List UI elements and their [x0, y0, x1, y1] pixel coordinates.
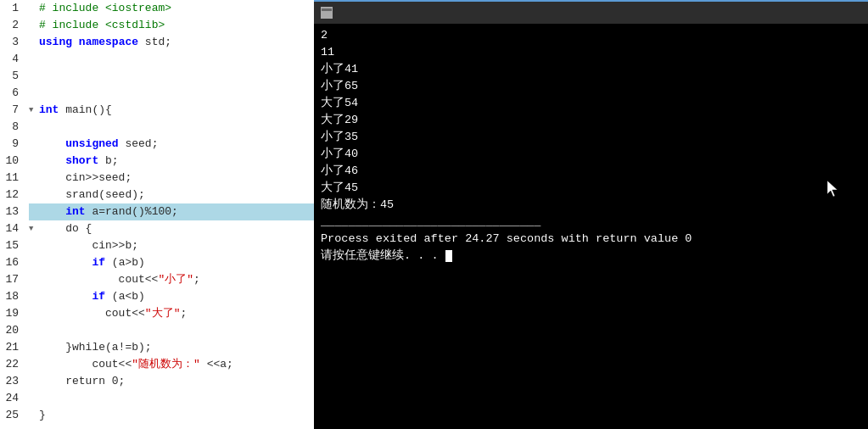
fold-spacer-line-13	[29, 203, 37, 220]
token: seed;	[119, 136, 159, 153]
code-line-12: srand(seed);	[29, 187, 314, 203]
fold-icon-line-7[interactable]: ▼	[29, 102, 37, 119]
fold-spacer-line-8	[29, 119, 37, 136]
line-number-22: 22	[3, 356, 19, 373]
token: if	[92, 288, 105, 305]
token	[72, 34, 79, 51]
code-line-10: short b;	[29, 153, 314, 170]
token	[39, 203, 65, 220]
code-line-16: if (a>b)	[29, 254, 314, 271]
line-number-17: 17	[3, 271, 19, 288]
code-line-23: return 0;	[29, 373, 314, 390]
line-number-10: 10	[3, 153, 19, 170]
token	[39, 254, 92, 271]
terminal-line-12: Process exited after 24.27 seconds with …	[321, 231, 861, 248]
terminal-line-0: 2	[321, 27, 861, 44]
code-line-8	[29, 119, 314, 136]
terminal-icon	[321, 7, 333, 19]
svg-marker-2	[827, 181, 837, 197]
terminal-line-9: 大了45	[321, 180, 861, 197]
token: std;	[138, 34, 171, 51]
fold-spacer-line-16	[29, 254, 37, 271]
fold-spacer-line-4	[29, 51, 37, 68]
token: }	[39, 407, 46, 424]
token: #	[39, 17, 53, 34]
line-number-12: 12	[3, 187, 19, 203]
fold-spacer-line-24	[29, 390, 37, 407]
line-number-19: 19	[3, 305, 19, 322]
line-number-21: 21	[3, 339, 19, 356]
terminal-line-2: 小了41	[321, 61, 861, 78]
token	[39, 288, 92, 305]
token: <iostream>	[98, 0, 171, 17]
code-line-25: }	[29, 407, 314, 424]
token: short	[39, 153, 98, 170]
code-line-2: # include <cstdlib>	[29, 17, 314, 34]
terminal-line-6: 小了35	[321, 129, 861, 146]
code-line-17: cout<<"小了";	[29, 271, 314, 288]
code-line-24	[29, 390, 314, 407]
line-number-8: 8	[3, 119, 19, 136]
line-number-14: 14	[3, 220, 19, 237]
code-line-6	[29, 85, 314, 102]
terminal-line-13: 请按任意键继续. . .	[321, 248, 861, 265]
code-line-20	[29, 322, 314, 339]
svg-rect-1	[322, 8, 332, 11]
code-line-22: cout<<"随机数为：" <<a;	[29, 356, 314, 373]
token: int	[39, 102, 59, 119]
line-number-5: 5	[3, 68, 19, 85]
fold-spacer-line-15	[29, 237, 37, 254]
terminal-line-4: 大了54	[321, 95, 861, 112]
line-number-13: 13	[3, 203, 19, 220]
token: <<a;	[200, 356, 233, 373]
code-line-4	[29, 51, 314, 68]
fold-spacer-line-21	[29, 339, 37, 356]
code-area: 1234567891011121314151617181920212223242…	[0, 0, 314, 429]
line-number-23: 23	[3, 373, 19, 390]
fold-spacer-line-19	[29, 305, 37, 322]
code-line-21: }while(a!=b);	[29, 339, 314, 356]
fold-icon-line-14[interactable]: ▼	[29, 220, 37, 237]
token: #	[39, 0, 53, 17]
line-number-4: 4	[3, 51, 19, 68]
line-number-1: 1	[3, 0, 19, 17]
fold-spacer-line-18	[29, 288, 37, 305]
line-number-2: 2	[3, 17, 19, 34]
code-content: # include <iostream> # include <cstdlib>…	[24, 0, 314, 429]
fold-spacer-line-20	[29, 322, 37, 339]
code-line-7: ▼int main(){	[29, 102, 314, 119]
fold-spacer-line-1	[29, 0, 37, 17]
token: cout<<	[39, 356, 132, 373]
terminal-line-1: 11	[321, 44, 861, 61]
fold-spacer-line-9	[29, 136, 37, 153]
fold-spacer-line-25	[29, 407, 37, 424]
token: <cstdlib>	[98, 17, 165, 34]
terminal-panel: 211小了41小了65大了54大了29小了35小了40小了46大了45随机数为：…	[314, 0, 868, 429]
editor-panel: 1234567891011121314151617181920212223242…	[0, 0, 314, 429]
terminal-line-10: 随机数为：45	[321, 197, 861, 214]
fold-spacer-line-12	[29, 187, 37, 203]
token: main(){	[59, 102, 111, 119]
code-line-3: using namespace std;	[29, 34, 314, 51]
line-number-25: 25	[3, 407, 19, 424]
token: if	[92, 254, 105, 271]
terminal-line-3: 小了65	[321, 78, 861, 95]
fold-spacer-line-11	[29, 170, 37, 187]
code-line-14: ▼ do {	[29, 220, 314, 237]
line-number-15: 15	[3, 237, 19, 254]
token: using	[39, 34, 72, 51]
terminal-body: 211小了41小了65大了54大了29小了35小了40小了46大了45随机数为：…	[314, 24, 868, 429]
token: cout<<	[39, 271, 158, 288]
fold-spacer-line-22	[29, 356, 37, 373]
terminal-titlebar	[314, 0, 868, 24]
line-number-3: 3	[3, 34, 19, 51]
code-line-9: unsigned seed;	[29, 136, 314, 153]
terminal-line-8: 小了46	[321, 163, 861, 180]
code-line-18: if (a<b)	[29, 288, 314, 305]
fold-spacer-line-10	[29, 153, 37, 170]
terminal-line-7: 小了40	[321, 146, 861, 163]
code-line-11: cin>>seed;	[29, 170, 314, 187]
fold-spacer-line-2	[29, 17, 37, 34]
token: a=rand()%100;	[86, 203, 178, 220]
token: return 0;	[39, 373, 125, 390]
